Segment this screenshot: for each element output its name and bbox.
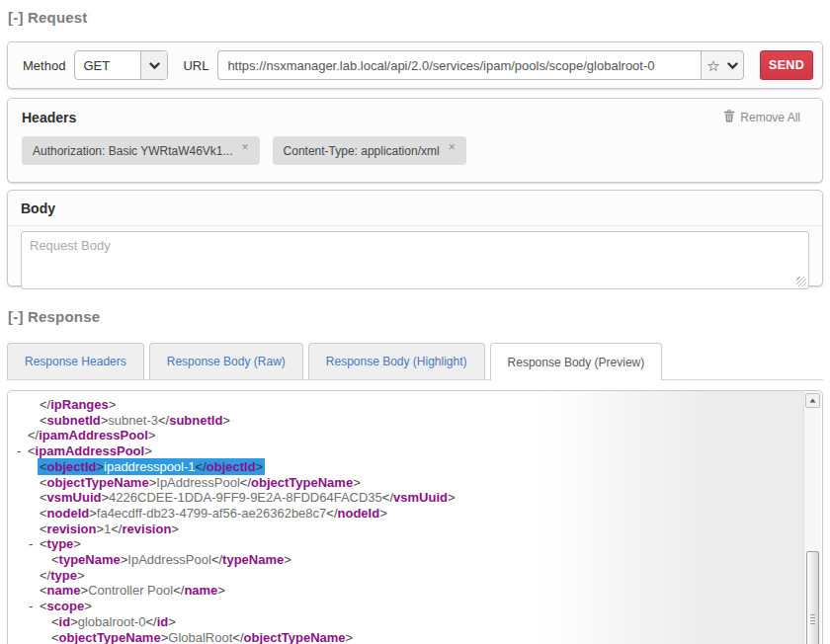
xml-line: -<ipamAddressPool> (8, 443, 802, 459)
resize-grip-icon[interactable] (796, 277, 806, 286)
method-select[interactable]: GET (74, 50, 168, 80)
url-input[interactable] (217, 50, 701, 80)
body-panel: Body (7, 190, 823, 286)
remove-all-headers-button[interactable]: Remove All (723, 110, 808, 125)
header-tag-label: Authorization: Basic YWRtaW46Vk1... (33, 144, 233, 158)
headers-panel-head: Headers Remove All (22, 110, 808, 125)
xml-line: <subnetId>subnet-3</subnetId> (8, 413, 802, 429)
xml-line: <id>globalroot-0</id> (8, 614, 802, 630)
remove-all-label: Remove All (740, 111, 800, 124)
rest-client-page: [-] Request Method GET URL ☆ SEND Header… (0, 0, 830, 644)
response-section-toggle[interactable]: [-] Response (8, 308, 100, 325)
trash-icon (723, 110, 735, 125)
xml-line: <vsmUuid>4226CDEE-1DDA-9FF9-9E2A-8FDD64F… (8, 490, 802, 506)
xml-line: <objectTypeName>GlobalRoot</objectTypeNa… (8, 630, 802, 644)
request-body-wrap (21, 231, 809, 289)
star-icon[interactable]: ☆ (706, 58, 719, 73)
method-label: Method (23, 58, 65, 73)
header-tags-row: Authorization: Basic YWRtaW46Vk1...×Cont… (22, 136, 808, 165)
xml-line: -<scope> (8, 599, 802, 614)
xml-line: </type> (8, 568, 802, 584)
tab-response-body-preview[interactable]: Response Body (Preview) (490, 343, 663, 380)
collapse-marker[interactable]: - (17, 443, 28, 459)
chevron-down-icon (149, 56, 160, 74)
scrollbar-thumb[interactable] (806, 551, 819, 644)
headers-panel: Headers Remove All Authorization: Basic … (7, 98, 823, 183)
tab-response-body-highlight[interactable]: Response Body (Highlight) (308, 343, 485, 379)
tab-response-body-raw[interactable]: Response Body (Raw) (149, 343, 303, 379)
xml-line: <nodeId>fa4ecdff-db23-4799-af56-ae26362b… (8, 506, 802, 522)
xml-line: <revision>1</revision> (8, 522, 802, 537)
collapse-marker[interactable]: - (29, 599, 40, 614)
response-tabs: Response HeadersResponse Body (Raw)Respo… (7, 343, 823, 380)
xml-line: <typeName>IpAddressPool</typeName> (8, 552, 802, 568)
xml-preview: </ipRanges><subnetId>subnet-3</subnetId>… (8, 397, 802, 644)
url-label: URL (183, 58, 208, 73)
method-value[interactable]: GET (75, 51, 140, 79)
url-bookmark-addon[interactable]: ☆ (701, 50, 744, 80)
xml-line: <objectTypeName>IpAddressPool</objectTyp… (8, 475, 802, 491)
close-icon[interactable]: × (449, 140, 456, 154)
xml-line: -<type> (8, 536, 802, 552)
header-tag[interactable]: Authorization: Basic YWRtaW46Vk1...× (22, 136, 260, 165)
chevron-down-icon[interactable] (727, 56, 738, 74)
request-section-toggle[interactable]: [-] Request (8, 9, 88, 26)
divider (8, 225, 822, 226)
tab-response-headers[interactable]: Response Headers (7, 343, 144, 379)
send-button[interactable]: SEND (760, 50, 813, 80)
headers-title: Headers (22, 110, 76, 125)
close-icon[interactable]: × (242, 140, 249, 154)
body-title: Body (21, 201, 55, 216)
request-bar: Method GET URL ☆ SEND (7, 41, 823, 89)
response-preview-box: </ipRanges><subnetId>subnet-3</subnetId>… (7, 390, 823, 644)
selected-xml-line: <objectId>ipaddresspool-1</objectId> (38, 458, 265, 475)
collapse-marker[interactable]: - (29, 536, 40, 552)
xml-line: <name>Controller Pool</name> (8, 583, 802, 599)
header-tag[interactable]: Content-Type: application/xml× (273, 136, 466, 165)
xml-line: </ipRanges> (8, 397, 802, 413)
scroll-up-icon[interactable] (805, 393, 820, 408)
request-body-input[interactable] (22, 232, 808, 288)
scrollbar[interactable] (803, 392, 821, 644)
header-tag-label: Content-Type: application/xml (284, 144, 440, 158)
xml-line: <objectId>ipaddresspool-1</objectId> (8, 459, 802, 475)
xml-line: </ipamAddressPool> (8, 428, 802, 443)
method-dropdown-button[interactable] (140, 51, 167, 79)
scrollbar-grip (810, 614, 815, 624)
